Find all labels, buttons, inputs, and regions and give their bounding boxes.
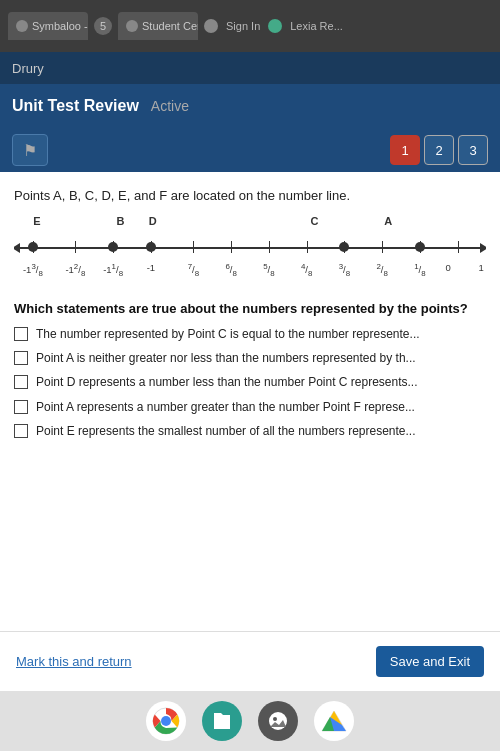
tick-4 xyxy=(193,241,194,253)
checkbox-item-1: Point A is neither greater nor less than… xyxy=(14,350,486,366)
taskbar-drive-icon[interactable] xyxy=(314,701,354,741)
footer: Mark this and return Save and Exit xyxy=(0,631,500,691)
num-label-6: 5/8 xyxy=(263,263,274,279)
tab-favicon xyxy=(16,20,28,32)
point-label-A: A xyxy=(384,215,392,227)
browser-nav: Sign In Lexia Re... xyxy=(204,19,343,33)
point-C xyxy=(339,242,349,252)
statement-0: The number represented by Point C is equ… xyxy=(36,326,420,342)
taskbar-files-icon[interactable] xyxy=(202,701,242,741)
num-label-12: 1 xyxy=(479,263,484,273)
checkbox-4[interactable] xyxy=(14,424,28,438)
flag-button[interactable]: ⚑ xyxy=(12,134,48,166)
flag-icon: ⚑ xyxy=(23,141,37,160)
checkbox-item-2: Point D represents a number less than th… xyxy=(14,374,486,390)
app-header: Drury xyxy=(0,52,500,84)
checkbox-2[interactable] xyxy=(14,375,28,389)
tick-6 xyxy=(269,241,270,253)
point-B xyxy=(108,242,118,252)
tab-label-2: Student CenterStud... xyxy=(142,20,198,32)
point-label-E: E xyxy=(33,215,40,227)
tick-11 xyxy=(458,241,459,253)
checkbox-list: The number represented by Point C is equ… xyxy=(14,326,486,439)
point-E xyxy=(28,242,38,252)
question-btn-2[interactable]: 2 xyxy=(424,135,454,165)
question-intro: Points A, B, C, D, E, and F are located … xyxy=(14,188,486,203)
num-label-1: -12/8 xyxy=(65,263,85,279)
checkbox-item-3: Point A represents a number greater than… xyxy=(14,399,486,415)
taskbar-chrome-icon[interactable] xyxy=(146,701,186,741)
tick-9 xyxy=(382,241,383,253)
browser-bar: Symbaloo - Save b... 5 Student CenterStu… xyxy=(0,0,500,52)
checkbox-item-4: Point E represents the smallest number o… xyxy=(14,423,486,439)
tab-student-center[interactable]: Student CenterStud... xyxy=(118,12,198,40)
num-label-4: 7/8 xyxy=(188,263,199,279)
point-label-D: D xyxy=(149,215,157,227)
num-label-7: 4/8 xyxy=(301,263,312,279)
nl-arrow-left xyxy=(14,243,20,253)
number-labels: -13/8 -12/8 -11/8 -1 7/8 6/8 5/8 4/8 3/8… xyxy=(14,263,486,285)
sub-header: Unit Test Review Active xyxy=(0,84,500,128)
tick-1 xyxy=(75,241,76,253)
point-labels: E B D C A xyxy=(24,215,486,233)
statement-1: Point A is neither greater nor less than… xyxy=(36,350,416,366)
status-badge: Active xyxy=(151,98,189,114)
svg-point-2 xyxy=(269,712,287,730)
point-D xyxy=(146,242,156,252)
statement-3: Point A represents a number greater than… xyxy=(36,399,415,415)
statement-4: Point E represents the smallest number o… xyxy=(36,423,416,439)
nl-arrow-right xyxy=(480,243,486,253)
num-label-0: -13/8 xyxy=(23,263,43,279)
number-line xyxy=(14,235,486,259)
lexia-icon xyxy=(268,19,282,33)
svg-point-3 xyxy=(273,717,277,721)
lexia-link[interactable]: Lexia Re... xyxy=(290,20,343,32)
which-statements-prompt: Which statements are true about the numb… xyxy=(14,301,486,316)
number-line-container: E B D C A xyxy=(14,215,486,285)
num-label-8: 3/8 xyxy=(339,263,350,279)
tab-count[interactable]: 5 xyxy=(94,17,112,35)
checkbox-item-0: The number represented by Point C is equ… xyxy=(14,326,486,342)
point-label-C: C xyxy=(310,215,318,227)
user-name: Drury xyxy=(12,61,44,76)
save-exit-button[interactable]: Save and Exit xyxy=(376,646,484,677)
toolbar: ⚑ 1 2 3 xyxy=(0,128,500,172)
question-buttons: 1 2 3 xyxy=(390,135,488,165)
sign-in-link[interactable]: Sign In xyxy=(226,20,260,32)
statement-2: Point D represents a number less than th… xyxy=(36,374,418,390)
taskbar-photos-icon[interactable] xyxy=(258,701,298,741)
svg-point-1 xyxy=(161,716,171,726)
num-label-11: 0 xyxy=(446,263,451,273)
checkbox-3[interactable] xyxy=(14,400,28,414)
num-label-2: -11/8 xyxy=(103,263,123,279)
point-label-B: B xyxy=(116,215,124,227)
taskbar xyxy=(0,691,500,751)
tick-5 xyxy=(231,241,232,253)
main-content: Points A, B, C, D, E, and F are located … xyxy=(0,172,500,691)
point-A xyxy=(415,242,425,252)
num-label-10: 1/8 xyxy=(414,263,425,279)
tab-symbaloo[interactable]: Symbaloo - Save b... xyxy=(8,12,88,40)
num-label-5: 6/8 xyxy=(225,263,236,279)
tab-label: Symbaloo - Save b... xyxy=(32,20,88,32)
checkbox-1[interactable] xyxy=(14,351,28,365)
checkbox-0[interactable] xyxy=(14,327,28,341)
num-label-9: 2/8 xyxy=(376,263,387,279)
sign-in-icon xyxy=(204,19,218,33)
question-btn-1[interactable]: 1 xyxy=(390,135,420,165)
tick-7 xyxy=(307,241,308,253)
num-label-3: -1 xyxy=(147,263,155,273)
mark-return-link[interactable]: Mark this and return xyxy=(16,654,132,669)
question-btn-3[interactable]: 3 xyxy=(458,135,488,165)
page-title: Unit Test Review xyxy=(12,97,139,115)
tab-favicon-2 xyxy=(126,20,138,32)
